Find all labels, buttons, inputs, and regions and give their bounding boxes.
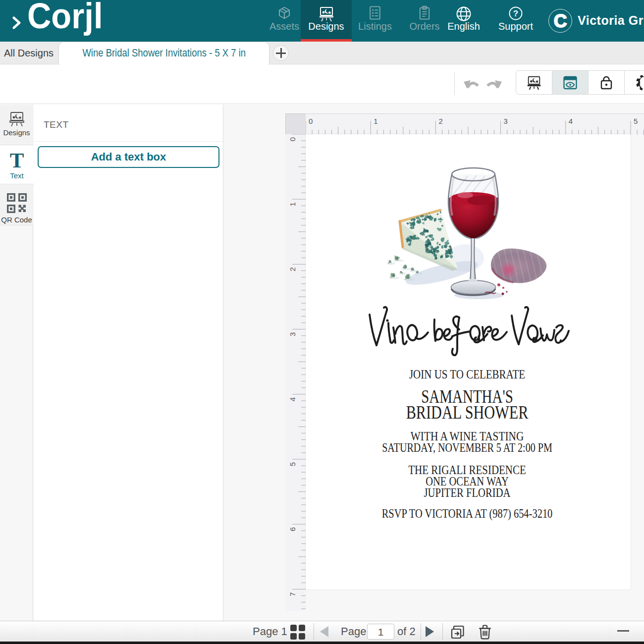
svg-text:1: 1 [288, 202, 297, 206]
svg-text:2: 2 [288, 267, 297, 271]
svg-text:4: 4 [569, 117, 573, 125]
svg-text:?: ? [513, 9, 518, 18]
svg-text:5: 5 [634, 117, 638, 125]
svg-text:3: 3 [288, 332, 297, 336]
svg-text:3: 3 [504, 117, 508, 125]
svg-text:6: 6 [288, 527, 297, 531]
svg-text:5: 5 [288, 462, 297, 466]
svg-text:1: 1 [374, 117, 377, 125]
svg-text:0: 0 [288, 137, 297, 141]
svg-text:2: 2 [438, 117, 442, 125]
svg-text:4: 4 [288, 397, 297, 401]
svg-text:7: 7 [288, 592, 297, 596]
svg-text:0: 0 [309, 117, 313, 125]
